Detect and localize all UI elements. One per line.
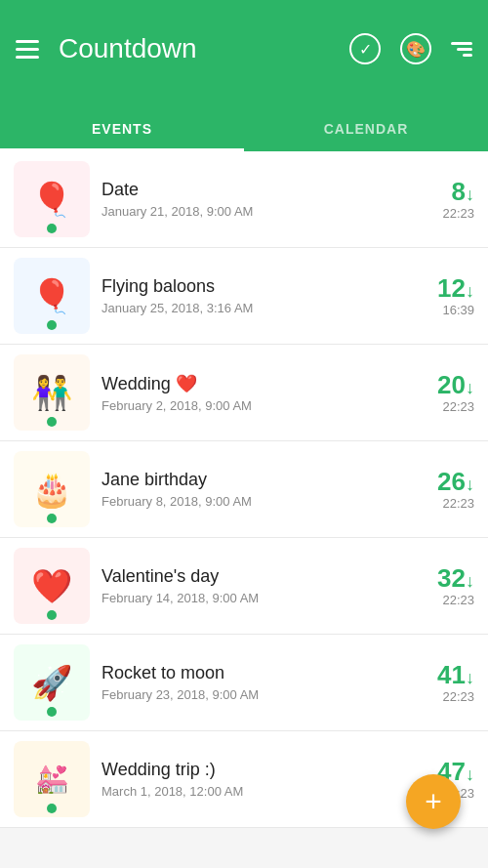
event-time: 22:23: [416, 399, 474, 414]
event-time: 22:23: [416, 593, 474, 607]
event-icon: 💒: [14, 741, 90, 817]
event-icon: ❤️: [14, 548, 90, 624]
event-icon: 🎈: [14, 161, 90, 237]
event-time: 16:39: [416, 303, 474, 317]
event-dot: [47, 707, 57, 717]
arrow-icon: ↓: [466, 475, 474, 494]
event-date: January 25, 2018, 3:16 AM: [102, 301, 404, 315]
arrow-icon: ↓: [466, 378, 474, 397]
app-header: Countdown ✓ 🎨: [0, 0, 488, 109]
event-countdown: 32↓ 22:23: [416, 564, 474, 607]
event-item[interactable]: 🎈 Date January 21, 2018, 9:00 AM 8↓ 22:2…: [0, 151, 488, 248]
event-time: 22:23: [416, 496, 474, 511]
arrow-icon: ↓: [466, 668, 474, 687]
event-date: January 21, 2018, 9:00 AM: [102, 204, 404, 219]
header-actions: ✓ 🎨: [349, 33, 472, 64]
event-countdown: 26↓ 22:23: [416, 468, 474, 511]
event-dot: [47, 320, 57, 330]
event-name: Wedding trip :): [102, 760, 404, 780]
event-icon: 🎈: [14, 258, 90, 334]
header-top-bar: Countdown ✓ 🎨: [16, 33, 472, 64]
event-name: Jane birthday: [102, 470, 404, 490]
event-info: Rocket to moon February 23, 2018, 9:00 A…: [90, 663, 416, 702]
event-dot: [47, 417, 57, 427]
event-info: Flying baloons January 25, 2018, 3:16 AM: [90, 276, 416, 315]
event-days: 20↓: [416, 371, 474, 399]
event-dot: [47, 514, 57, 523]
event-icon: 🎂: [14, 451, 90, 527]
event-list: 🎈 Date January 21, 2018, 9:00 AM 8↓ 22:2…: [0, 151, 488, 828]
event-item[interactable]: ❤️ Valentine's day February 14, 2018, 9:…: [0, 538, 488, 635]
event-item[interactable]: 👫 Wedding ❤️ February 2, 2018, 9:00 AM 2…: [0, 345, 488, 441]
event-date: February 23, 2018, 9:00 AM: [102, 687, 404, 702]
arrow-icon: ↓: [466, 281, 474, 301]
event-name: Valentine's day: [102, 566, 404, 587]
event-countdown: 8↓ 22:23: [416, 178, 474, 221]
event-date: February 14, 2018, 9:00 AM: [102, 591, 404, 605]
event-name: Date: [102, 180, 404, 200]
event-days: 12↓: [416, 274, 474, 303]
event-days: 41↓: [416, 661, 474, 689]
event-item[interactable]: 🎂 Jane birthday February 8, 2018, 9:00 A…: [0, 441, 488, 538]
event-days: 8↓: [416, 178, 474, 206]
arrow-icon: ↓: [466, 571, 474, 591]
event-info: Date January 21, 2018, 9:00 AM: [90, 180, 416, 219]
event-name: Wedding ❤️: [102, 373, 404, 394]
event-info: Wedding trip :) March 1, 2018, 12:00 AM: [90, 760, 416, 799]
event-icon: 👫: [14, 354, 90, 431]
event-time: 22:23: [416, 206, 474, 221]
tab-bar: EVENTS CALENDAR: [0, 109, 488, 151]
arrow-icon: ↓: [466, 185, 474, 204]
event-time: 22:23: [416, 689, 474, 704]
event-dot: [47, 224, 57, 233]
menu-icon[interactable]: [16, 40, 39, 59]
event-countdown: 12↓ 16:39: [416, 274, 474, 317]
event-countdown: 41↓ 22:23: [416, 661, 474, 704]
event-icon: 🚀: [14, 644, 90, 721]
palette-icon[interactable]: 🎨: [400, 33, 431, 64]
arrow-icon: ↓: [466, 765, 474, 784]
event-date: February 8, 2018, 9:00 AM: [102, 494, 404, 509]
event-info: Valentine's day February 14, 2018, 9:00 …: [90, 566, 416, 605]
event-days: 26↓: [416, 468, 474, 496]
event-info: Wedding ❤️ February 2, 2018, 9:00 AM: [90, 373, 416, 413]
event-item[interactable]: 🚀 Rocket to moon February 23, 2018, 9:00…: [0, 635, 488, 731]
event-info: Jane birthday February 8, 2018, 9:00 AM: [90, 470, 416, 509]
event-dot: [47, 610, 57, 620]
event-item[interactable]: 🎈 Flying baloons January 25, 2018, 3:16 …: [0, 248, 488, 345]
event-dot: [47, 804, 57, 813]
event-name: Rocket to moon: [102, 663, 404, 683]
tab-calendar[interactable]: CALENDAR: [244, 109, 488, 151]
app-title: Countdown: [59, 33, 349, 64]
event-date: February 2, 2018, 9:00 AM: [102, 398, 404, 413]
event-days: 32↓: [416, 564, 474, 593]
tab-events[interactable]: EVENTS: [0, 109, 244, 151]
check-icon[interactable]: ✓: [349, 33, 381, 64]
add-event-button[interactable]: +: [406, 774, 461, 829]
sort-icon[interactable]: [451, 42, 472, 57]
event-date: March 1, 2018, 12:00 AM: [102, 784, 404, 799]
event-countdown: 20↓ 22:23: [416, 371, 474, 414]
event-name: Flying baloons: [102, 276, 404, 297]
